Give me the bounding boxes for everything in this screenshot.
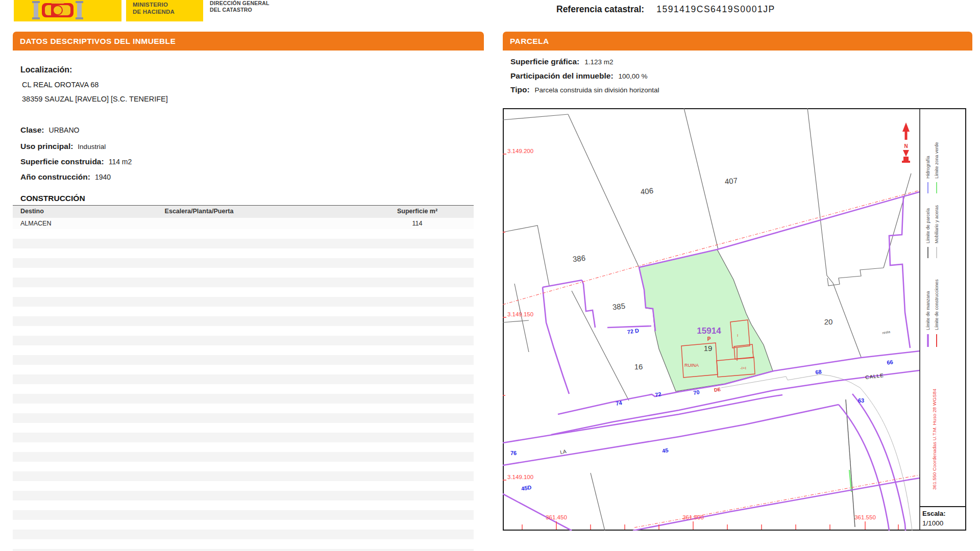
table-row: ALMACEN 114 [13,218,474,229]
cadastral-map: I I -I+I 406 407 386 385 20 16 19 15914 … [503,108,966,531]
parcel-19-label: 19 [704,344,713,353]
clase-value: URBANO [49,126,80,134]
x-coordinate-label: 361.450 [546,514,567,520]
street-number-72: 72 [654,391,662,398]
localizacion-label: Localización: [20,65,72,74]
street-number-63: 63 [858,397,864,404]
participacion-field: Participación del inmueble:100,00 % [510,71,648,81]
cadastral-reference-value: 1591419CS6419S0001JP [656,4,775,15]
street-number-70: 70 [693,389,700,396]
banner-divider [121,0,126,21]
cadastral-report-page: MINISTERIO DE HACIENDA DIRECCIÓN GENERAL… [0,0,980,551]
scale-value: 1/1000 [922,519,943,527]
anio-label: Año construcción: [20,172,90,181]
main-parcel-number-label: 15914 [697,326,721,336]
street-number-76: 76 [510,450,517,456]
tipo-value: Parcela construida sin división horizont… [535,86,659,94]
superficie-grafica-field: Superficie gráfica:1.123 m2 [510,57,614,66]
construccion-table: Destino Escalera/Planta/Puerta Superfici… [13,206,474,229]
y-coordinate-label: 3.149.200 [507,148,533,154]
svg-text:N: N [904,143,908,149]
anio-field: Año construcción:1940 [20,172,111,182]
col-destino: Destino [20,208,44,215]
cadastral-reference-label: Referencia catastral: [556,4,644,15]
x-coordinate-label: 361.550 [854,514,876,520]
construccion-table-header: Destino Escalera/Planta/Puerta Superfici… [13,206,474,218]
building-storeys-label: I [752,350,753,355]
spain-coat-of-arms-icon [24,0,106,21]
street-name-la: LA [559,448,567,455]
superficie-value: 114 m2 [109,158,132,166]
street-number-66: 66 [887,359,894,366]
y-coordinate-label: 3.149.150 [507,311,533,317]
tipo-label: Tipo: [510,85,530,94]
uso-value: Industrial [78,143,106,151]
uso-field: Uso principal:Industrial [20,142,106,151]
scale-label: Escala: [922,510,946,517]
anio-value: 1940 [95,173,111,181]
participacion-value: 100,00 % [619,72,648,80]
tipo-field: Tipo:Parcela construida sin división hor… [510,85,659,94]
legend-parcela: Límite de parcela [925,208,930,243]
construccion-title: CONSTRUCCIÓN [13,194,474,206]
cadastral-reference: Referencia catastral: 1591419CS6419S0001… [556,4,775,15]
clase-label: Clase: [20,126,44,134]
participacion-label: Participación del inmueble: [510,71,614,80]
building-storeys-label: -I+I [740,366,746,370]
ministry-banner: MINISTERIO DE HACIENDA [14,0,203,21]
street-name-de: DE [714,386,721,393]
y-coordinate-label: 3.149.100 [507,474,533,480]
address-line2: 38359 SAUZAL [RAVELO] [S.C. TENERIFE] [22,95,168,103]
ruina-label: RUINA [684,363,699,368]
legend-zona-verde: Límite zona verde [934,142,939,179]
parcel-16-label: 16 [634,362,643,371]
section-title-parcela: PARCELA [503,32,972,51]
section-title-datos-descriptivos: DATOS DESCRIPTIVOS DEL INMUEBLE [13,32,484,51]
x-coordinate-label: 361.500 [682,514,704,520]
department-name: DIRECCIÓN GENERAL DEL CATASTRO [210,0,270,13]
superficie-grafica-label: Superficie gráfica: [510,57,579,66]
superficie-label: Superficie construida: [20,157,104,166]
legend-manzana: Límite de manzana [925,291,930,330]
parcel-20-label: 20 [824,317,833,326]
uso-label: Uso principal: [20,142,73,151]
parcel-385-label: 385 [612,302,626,312]
parcel-406-label: 406 [640,186,654,196]
superficie-field: Superficie construida:114 m2 [20,157,132,166]
parcel-407-label: 407 [724,176,738,186]
street-number-45: 45 [662,447,669,454]
col-escalera-planta-puerta: Escalera/Planta/Puerta [115,208,283,215]
col-superficie-m2: Superficie m² [370,208,464,215]
empty-table-rows [13,229,474,551]
street-number-68: 68 [815,368,822,375]
legend-hidrografia: Hidrografía [925,156,930,179]
legend-coords-note: 361.550 Coordenadas U.T.M. Huso 28 WGS84 [932,389,937,490]
legend-mobiliario: Mobiliario y aceras [934,205,939,243]
building-storeys-label: I [737,333,738,338]
cell-superficie: 114 [370,220,464,227]
address-line1: CL REAL OROTAVA 68 [22,81,99,89]
ministry-name: MINISTERIO DE HACIENDA [133,2,175,15]
cell-destino: ALMACEN [20,220,51,227]
superficie-grafica-value: 1.123 m2 [584,58,613,66]
legend-construcciones: Límite de construcciones [934,279,939,330]
parcel-386-label: 386 [572,254,586,264]
parcel-p-mark: P [707,336,711,342]
clase-field: Clase:URBANO [20,126,79,135]
